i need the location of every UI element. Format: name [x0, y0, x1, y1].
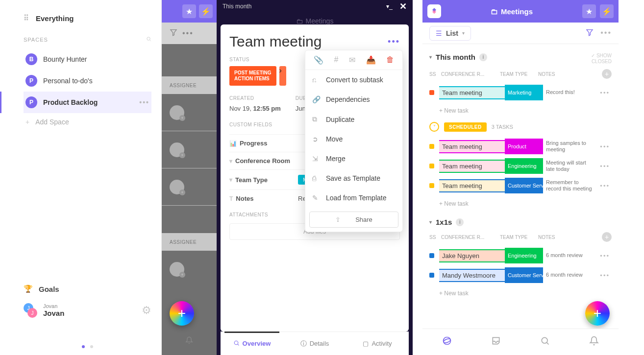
- info-icon[interactable]: i: [479, 53, 487, 61]
- assignee-row[interactable]: [162, 168, 217, 206]
- dot-active[interactable]: [82, 345, 85, 348]
- attachment-icon[interactable]: 📎: [314, 55, 323, 65]
- task-row[interactable]: Jake Nguyen Engineering 6 month review •…: [429, 246, 612, 265]
- task-row[interactable]: Team meeting Marketing Record this! •••: [429, 83, 612, 102]
- nav-search[interactable]: [540, 336, 550, 348]
- add-column-button[interactable]: +: [602, 69, 612, 79]
- trash-icon[interactable]: 🗑: [386, 55, 394, 65]
- info-icon[interactable]: i: [456, 218, 464, 226]
- close-icon[interactable]: ✕: [399, 1, 407, 12]
- filter-icon[interactable]: [586, 28, 594, 38]
- add-space-button[interactable]: + Add Space: [24, 113, 151, 131]
- bell-row[interactable]: [162, 326, 217, 355]
- new-task-g2[interactable]: + New task: [429, 195, 612, 210]
- col-conference[interactable]: CONFERENCE R...: [441, 71, 500, 77]
- topbar: ★ ⚡: [162, 0, 217, 23]
- show-closed-toggle[interactable]: SHOW CLOSED: [591, 44, 612, 65]
- task-more-button[interactable]: •••: [388, 37, 400, 47]
- add-column-button[interactable]: +: [602, 232, 612, 242]
- folder-icon: 🗀: [491, 7, 498, 16]
- assignee-row[interactable]: [162, 131, 217, 168]
- menu-merge[interactable]: ⇲Merge: [305, 149, 402, 168]
- row-more-icon[interactable]: •••: [598, 163, 612, 170]
- space-name: Bounty Hunter: [43, 55, 87, 63]
- notes-cell: 6 month review: [543, 272, 598, 278]
- more-icon[interactable]: •••: [182, 29, 194, 38]
- filter-icon[interactable]: [170, 28, 177, 38]
- fab-add[interactable]: +: [585, 301, 610, 326]
- hash-icon[interactable]: #: [334, 55, 338, 65]
- menu-move[interactable]: ➲Move: [305, 129, 402, 149]
- tab-details[interactable]: ⓘ Details: [283, 332, 346, 355]
- filter-bar: •••: [162, 23, 217, 44]
- view-selector[interactable]: ☰ List ▾: [429, 26, 471, 41]
- header-title[interactable]: 🗀 Meetings: [445, 7, 578, 16]
- search-icon[interactable]: [146, 36, 151, 43]
- breadcrumb[interactable]: This month: [223, 3, 251, 10]
- space-row[interactable]: P Product Backlog •••: [24, 92, 151, 113]
- dot[interactable]: [90, 345, 93, 348]
- new-task-g1[interactable]: + New task: [429, 102, 612, 117]
- nav-notifications[interactable]: [589, 336, 599, 348]
- goals-row[interactable]: 🏆 Goals: [24, 279, 151, 299]
- notes-cell: Meeting will start late today: [543, 160, 598, 172]
- new-task-g3[interactable]: + New task: [429, 285, 612, 300]
- everything-row[interactable]: ⠿ Everything: [24, 14, 151, 23]
- assignee-row[interactable]: [162, 251, 217, 288]
- menu-convert-subtask[interactable]: ⎌Convert to subtask: [305, 70, 402, 90]
- task-row[interactable]: Mandy Westmoore Customer Serv... 6 month…: [429, 265, 612, 285]
- task-row[interactable]: Team meeting Engineering Meeting will st…: [429, 156, 612, 176]
- bolt-button[interactable]: ⚡: [600, 4, 614, 18]
- assignee-label: ASSIGNEE: [162, 76, 217, 94]
- archive-icon[interactable]: 📥: [366, 55, 376, 65]
- menu-duplicate[interactable]: ⧉Duplicate: [305, 109, 402, 129]
- col-team-type[interactable]: TEAM TYPE: [500, 235, 538, 240]
- col-notes[interactable]: NOTES: [538, 235, 602, 240]
- col-conference[interactable]: CONFERENCE R...: [441, 235, 500, 240]
- team-type-cell: Customer Serv...: [505, 178, 543, 193]
- list-topbar: 🗀 Meetings ★ ⚡: [422, 0, 619, 23]
- user-row[interactable]: J J Jovan Jovan ⚙: [24, 299, 151, 322]
- task-row[interactable]: Team meeting Customer Serv... Remember t…: [429, 176, 612, 195]
- menu-save-template[interactable]: ⎙Save as Template: [305, 168, 402, 188]
- row-more-icon[interactable]: •••: [598, 252, 612, 260]
- more-icon[interactable]: •••: [139, 98, 149, 106]
- space-row[interactable]: B Bounty Hunter: [24, 48, 151, 70]
- assignee-row[interactable]: [162, 94, 217, 131]
- star-button[interactable]: ★: [582, 4, 596, 18]
- app-logo[interactable]: [427, 4, 441, 18]
- more-icon[interactable]: •••: [600, 28, 612, 38]
- avatar-placeholder: [170, 142, 184, 157]
- menu-load-template[interactable]: ✎Load from Template: [305, 188, 402, 208]
- menu-move-label: Move: [326, 135, 343, 143]
- status-chip: POST MEETING ACTION ITEMS: [229, 66, 276, 86]
- group-scheduled[interactable]: ˅ SCHEDULED 3 TASKS: [429, 117, 612, 137]
- minimize-icon[interactable]: ▾_: [386, 3, 393, 10]
- bolt-button[interactable]: ⚡: [199, 4, 213, 18]
- tab-activity[interactable]: ▢ Activity: [346, 332, 409, 355]
- menu-share[interactable]: ⇪ Share: [309, 212, 398, 228]
- task-row[interactable]: Team meeting Product Bring samples to me…: [429, 137, 612, 156]
- group-this-month[interactable]: ▾ This month i: [429, 44, 487, 65]
- nav-home[interactable]: [442, 336, 452, 348]
- group-1x1s[interactable]: ▾ 1x1s i: [429, 210, 612, 228]
- nav-inbox[interactable]: [491, 336, 501, 348]
- row-more-icon[interactable]: •••: [598, 143, 612, 150]
- col-notes[interactable]: NOTES: [538, 71, 602, 77]
- menu-dependencies[interactable]: 🔗Dependencies: [305, 90, 402, 109]
- task-title[interactable]: Team meeting: [229, 33, 322, 50]
- grid-icon: ⠿: [24, 14, 30, 23]
- star-button[interactable]: ★: [182, 4, 196, 18]
- space-row[interactable]: P Personal to-do's: [24, 70, 151, 92]
- fab-add[interactable]: +: [170, 301, 194, 326]
- row-more-icon[interactable]: •••: [598, 182, 612, 189]
- col-team-type[interactable]: TEAM TYPE: [500, 71, 538, 77]
- row-more-icon[interactable]: •••: [598, 89, 612, 96]
- row-more-icon[interactable]: •••: [598, 272, 612, 279]
- status-next-step[interactable]: ›: [279, 66, 286, 86]
- tab-overview[interactable]: Overview: [221, 332, 283, 355]
- mail-icon[interactable]: ✉: [349, 55, 355, 65]
- header-title-text: Meetings: [501, 7, 533, 16]
- list-icon: ☰: [436, 29, 442, 37]
- gear-icon[interactable]: ⚙: [142, 304, 151, 317]
